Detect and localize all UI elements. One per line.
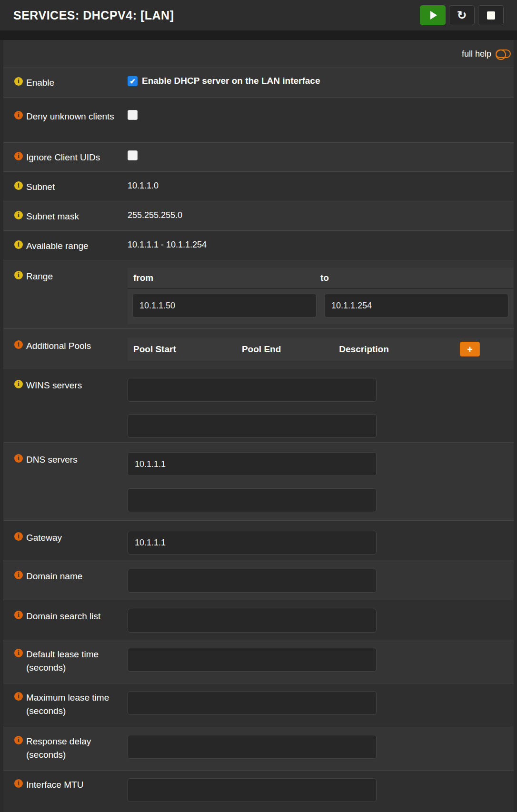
info-icon[interactable] bbox=[14, 211, 23, 219]
field-label: Gateway bbox=[26, 531, 62, 545]
field-label: Maximum lease time (seconds) bbox=[26, 691, 118, 717]
range-to-input[interactable] bbox=[324, 294, 508, 317]
info-icon[interactable] bbox=[14, 340, 23, 349]
maximum-lease-time-input[interactable] bbox=[128, 691, 377, 715]
gateway-input[interactable] bbox=[128, 531, 377, 555]
dns-server-1-input[interactable] bbox=[128, 452, 377, 476]
pool-description-header: Description bbox=[339, 344, 451, 355]
info-icon[interactable] bbox=[14, 779, 23, 788]
row-additional-pools: Additional Pools Pool Start Pool End Des… bbox=[3, 328, 514, 368]
row-range: Range from to bbox=[3, 260, 514, 328]
row-default-lease-time: Default lease time (seconds) bbox=[3, 640, 514, 683]
row-domain-name: Domain name bbox=[3, 560, 514, 600]
subnet-mask-value: 255.255.255.0 bbox=[128, 210, 182, 220]
field-label: Range bbox=[26, 270, 53, 283]
row-wins-servers: WINS servers bbox=[3, 368, 514, 442]
row-ignore-client-uids: Ignore Client UIDs bbox=[3, 142, 514, 171]
enable-checkbox-label: Enable DHCP server on the LAN interface bbox=[142, 76, 320, 86]
row-dns-servers: DNS servers bbox=[3, 442, 514, 520]
subnet-value: 10.1.1.0 bbox=[128, 181, 159, 190]
info-icon[interactable] bbox=[14, 380, 23, 388]
field-label: WINS servers bbox=[26, 379, 82, 392]
field-label: Domain name bbox=[26, 570, 82, 583]
field-label: Additional Pools bbox=[26, 339, 91, 353]
stop-icon bbox=[487, 11, 495, 20]
info-icon[interactable] bbox=[14, 111, 23, 119]
range-from-header: from bbox=[133, 273, 320, 283]
dhcpv4-settings-page: SERVICES: DHCPV4: [LAN] full help bbox=[0, 0, 517, 812]
field-label: Available range bbox=[26, 239, 89, 253]
row-subnet: Subnet 10.1.1.0 bbox=[3, 171, 514, 201]
pool-start-header: Pool Start bbox=[133, 344, 242, 355]
row-gateway: Gateway bbox=[3, 520, 514, 560]
field-label: Domain search list bbox=[26, 610, 100, 623]
domain-name-input[interactable] bbox=[128, 569, 377, 593]
wins-server-1-input[interactable] bbox=[128, 378, 377, 402]
field-label: Subnet bbox=[26, 180, 55, 194]
info-icon[interactable] bbox=[14, 611, 23, 619]
row-deny-unknown-clients: Deny unknown clients bbox=[3, 97, 514, 142]
info-icon[interactable] bbox=[14, 736, 23, 744]
field-label: Enable bbox=[26, 76, 54, 89]
range-to-header: to bbox=[320, 273, 507, 283]
refresh-icon bbox=[457, 10, 467, 21]
domain-search-list-input[interactable] bbox=[128, 609, 377, 633]
ignore-client-uids-checkbox[interactable] bbox=[128, 150, 138, 160]
field-label: Subnet mask bbox=[26, 210, 79, 223]
response-delay-input[interactable] bbox=[128, 735, 377, 759]
row-enable: Enable Enable DHCP server on the LAN int… bbox=[3, 68, 514, 97]
info-icon[interactable] bbox=[14, 649, 23, 657]
add-pool-button[interactable]: + bbox=[460, 342, 480, 356]
row-domain-search-list: Domain search list bbox=[3, 600, 514, 640]
full-help-label: full help bbox=[462, 49, 491, 59]
header-actions bbox=[420, 5, 504, 25]
field-label: Deny unknown clients bbox=[26, 110, 114, 123]
row-maximum-lease-time: Maximum lease time (seconds) bbox=[3, 683, 514, 727]
info-icon[interactable] bbox=[14, 271, 23, 279]
page-title: SERVICES: DHCPV4: [LAN] bbox=[13, 9, 174, 22]
range-from-input[interactable] bbox=[132, 294, 317, 317]
row-subnet-mask: Subnet mask 255.255.255.0 bbox=[3, 201, 514, 230]
range-table: from to bbox=[128, 268, 513, 324]
row-available-range: Available range 10.1.1.1 - 10.1.1.254 bbox=[3, 230, 514, 260]
row-response-delay: Response delay (seconds) bbox=[3, 727, 514, 770]
available-range-value: 10.1.1.1 - 10.1.1.254 bbox=[128, 240, 207, 249]
refresh-button[interactable] bbox=[449, 5, 475, 25]
default-lease-time-input[interactable] bbox=[128, 648, 377, 672]
wins-server-2-input[interactable] bbox=[128, 414, 377, 438]
dns-server-2-input[interactable] bbox=[128, 488, 377, 512]
info-icon[interactable] bbox=[14, 454, 23, 463]
pool-end-header: Pool End bbox=[242, 344, 339, 355]
play-icon bbox=[430, 11, 437, 20]
info-icon[interactable] bbox=[14, 181, 23, 190]
field-label: Response delay (seconds) bbox=[26, 735, 118, 761]
stop-button[interactable] bbox=[478, 5, 504, 25]
info-icon[interactable] bbox=[14, 240, 23, 249]
field-label: Default lease time (seconds) bbox=[26, 648, 118, 674]
full-help-toggle-icon[interactable] bbox=[496, 50, 511, 58]
titlebar: SERVICES: DHCPV4: [LAN] bbox=[0, 0, 517, 30]
field-label: Ignore Client UIDs bbox=[26, 151, 100, 164]
form-content: full help Enable Enable DHCP server on t… bbox=[3, 40, 514, 812]
row-interface-mtu: Interface MTU bbox=[3, 770, 514, 812]
full-help-row: full help bbox=[3, 40, 514, 68]
info-icon[interactable] bbox=[14, 571, 23, 579]
info-icon[interactable] bbox=[14, 152, 23, 160]
enable-checkbox[interactable] bbox=[128, 76, 138, 86]
info-icon[interactable] bbox=[14, 77, 23, 86]
field-label: Interface MTU bbox=[26, 778, 83, 792]
deny-unknown-clients-checkbox[interactable] bbox=[128, 110, 138, 120]
additional-pools-table-header: Pool Start Pool End Description + bbox=[128, 337, 513, 361]
apply-button[interactable] bbox=[420, 5, 446, 25]
field-label: DNS servers bbox=[26, 453, 78, 466]
info-icon[interactable] bbox=[14, 692, 23, 701]
interface-mtu-input[interactable] bbox=[128, 778, 377, 802]
header-divider bbox=[0, 30, 517, 40]
info-icon[interactable] bbox=[14, 532, 23, 541]
